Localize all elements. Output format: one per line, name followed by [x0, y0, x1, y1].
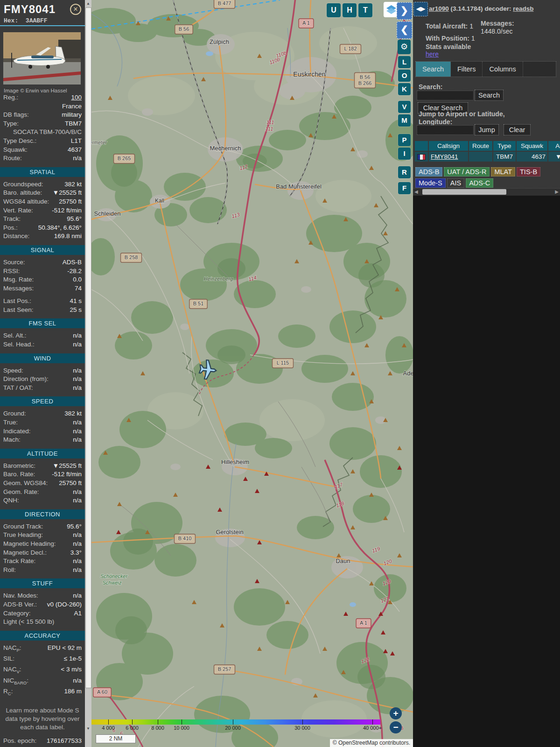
map-button-i[interactable]: I: [398, 148, 411, 160]
map-button-t[interactable]: T: [358, 3, 372, 17]
altitude-legend-bar: [91, 719, 380, 725]
table-cell[interactable]: [469, 152, 492, 162]
expand-panel-icon[interactable]: ❯: [397, 2, 412, 20]
data-label: Messages:: [3, 284, 34, 293]
panel-toggle-icon[interactable]: ◀▶: [413, 2, 428, 16]
scroll-down-icon[interactable]: ▼: [85, 726, 91, 731]
data-value: n/a: [73, 592, 82, 600]
map-attribution: © OpenStreetMap contributors.: [330, 739, 413, 747]
map-scale-bar: 2 NM: [96, 734, 136, 743]
zoom-in-button[interactable]: +: [390, 707, 402, 719]
column-header[interactable]: Type: [493, 141, 516, 151]
gear-icon[interactable]: ⚙: [398, 40, 411, 54]
tab-filters[interactable]: Filters: [451, 62, 483, 77]
data-row: Reg.:100: [0, 93, 85, 102]
map-button-m[interactable]: M: [398, 114, 411, 127]
legend-tick: [233, 719, 233, 725]
column-header[interactable]: Callsign: [429, 141, 468, 151]
sidebar-scrollbar[interactable]: ▲ ▼: [85, 0, 91, 747]
filter-badge-ads-b[interactable]: ADS-B: [415, 167, 442, 176]
aircraft-photo[interactable]: [3, 32, 81, 85]
jump-input[interactable]: [417, 125, 474, 135]
data-row: DB flags:military: [0, 111, 85, 120]
filter-badge-ads-c[interactable]: ADS-C: [466, 178, 493, 188]
data-row: Ground Track:95.6°: [0, 522, 85, 531]
data-label: Track Rate:: [3, 557, 35, 566]
legend-tick: [182, 719, 182, 725]
map-button-f[interactable]: F: [398, 182, 411, 194]
hscroll-thumb[interactable]: [422, 189, 506, 195]
search-button[interactable]: Search: [475, 90, 504, 101]
data-row: Squawk:4637: [0, 146, 85, 155]
search-label: Search:: [419, 83, 442, 91]
table-cell[interactable]: TBM7: [493, 152, 516, 162]
data-value: 382 kt: [64, 409, 82, 418]
aircraft-table: CallsignRouteTypeSquawkAlt. (ft)SpFMY804…: [415, 141, 560, 162]
column-header[interactable]: [415, 141, 428, 151]
map-button-h[interactable]: H: [343, 3, 357, 17]
map-button-r[interactable]: R: [398, 166, 411, 178]
section-header-signal: SIGNAL: [0, 245, 85, 255]
data-value: ADS-B: [63, 258, 82, 267]
column-header[interactable]: Squawk: [517, 141, 547, 151]
data-value: ▼25525 ft: [53, 189, 82, 197]
map-button-u[interactable]: U: [327, 3, 341, 17]
data-label: Speed:: [3, 366, 23, 375]
data-label: DB flags:: [3, 111, 29, 120]
app-link[interactable]: ar1090: [429, 5, 449, 12]
data-label: TAT / OAT:: [3, 384, 33, 393]
legend-tick: [132, 719, 133, 725]
map-canvas[interactable]: ZülpichEuskirchenMechernichBad Münsterei…: [91, 0, 413, 747]
data-value: < 3 m/s: [61, 665, 82, 676]
map-button-p[interactable]: P: [398, 134, 411, 146]
road-shield: A 1: [356, 619, 371, 628]
detail-sections: Reg.:100FranceDB flags:militaryType:TBM7…: [0, 93, 85, 698]
data-row: WGS84 altitude:25750 ft: [0, 197, 85, 206]
collapse-panel-icon[interactable]: ❮: [397, 21, 412, 39]
scroll-left-icon[interactable]: ◀: [414, 189, 418, 195]
filter-badge-mode-s[interactable]: Mode-S: [415, 178, 446, 188]
scrollbar-thumb[interactable]: [85, 7, 91, 688]
map-button-l[interactable]: L: [398, 56, 411, 68]
table-cell[interactable]: FMY8041: [429, 152, 468, 162]
table-cell[interactable]: [415, 152, 428, 162]
table-cell[interactable]: ▼25525: [548, 152, 560, 162]
column-header[interactable]: Route: [469, 141, 492, 151]
data-label: Roll:: [3, 566, 16, 575]
clear-jump-button[interactable]: Clear: [504, 124, 531, 135]
data-label: SIL:: [3, 655, 14, 665]
data-value: 3.3°: [70, 549, 82, 557]
zoom-out-button[interactable]: −: [390, 721, 402, 733]
table-row[interactable]: FMY8041TBM74637▼25525: [415, 152, 560, 162]
stats-here-link[interactable]: here: [426, 50, 439, 58]
legend-tick-label: 40 000+: [363, 725, 382, 731]
column-header[interactable]: Alt. (ft): [548, 141, 560, 151]
decoder-link[interactable]: readsb: [513, 5, 533, 12]
data-value-link[interactable]: 100: [71, 93, 82, 102]
road-shield-label: L 115: [277, 360, 289, 366]
scroll-right-icon[interactable]: ▶: [555, 189, 559, 195]
data-row: NICBARO:n/a: [0, 677, 85, 687]
filter-badge-mlat[interactable]: MLAT: [491, 167, 515, 176]
map-button-o[interactable]: O: [398, 70, 411, 82]
filter-badge-ais[interactable]: AIS: [447, 178, 464, 188]
tab-columns[interactable]: Columns: [483, 62, 523, 77]
tab-search[interactable]: Search: [416, 62, 451, 77]
jump-button[interactable]: Jump: [475, 124, 499, 135]
data-row: Distance:169.8 nmi: [0, 232, 85, 241]
filter-badge-uat-ads-r[interactable]: UAT / ADS-R: [444, 167, 490, 176]
table-cell[interactable]: 4637: [517, 152, 547, 162]
road-shield: B 258: [121, 253, 142, 262]
callsign-link[interactable]: FMY8041: [431, 153, 458, 160]
lake: [350, 602, 356, 607]
filter-badge-tis-b[interactable]: TIS-B: [517, 167, 540, 176]
map-button-k[interactable]: K: [398, 83, 411, 95]
table-header-row: CallsignRouteTypeSquawkAlt. (ft)Sp: [415, 141, 560, 151]
scroll-up-icon[interactable]: ▲: [85, 1, 91, 6]
close-icon[interactable]: ✕: [70, 4, 81, 15]
photo-credit: Image © Erwin van Hassel: [4, 88, 81, 93]
table-horizontal-scrollbar[interactable]: ◀ ▶: [413, 188, 560, 196]
search-input[interactable]: [417, 91, 474, 100]
road-shield: B 265: [114, 154, 135, 163]
map-button-v[interactable]: V: [398, 101, 411, 113]
